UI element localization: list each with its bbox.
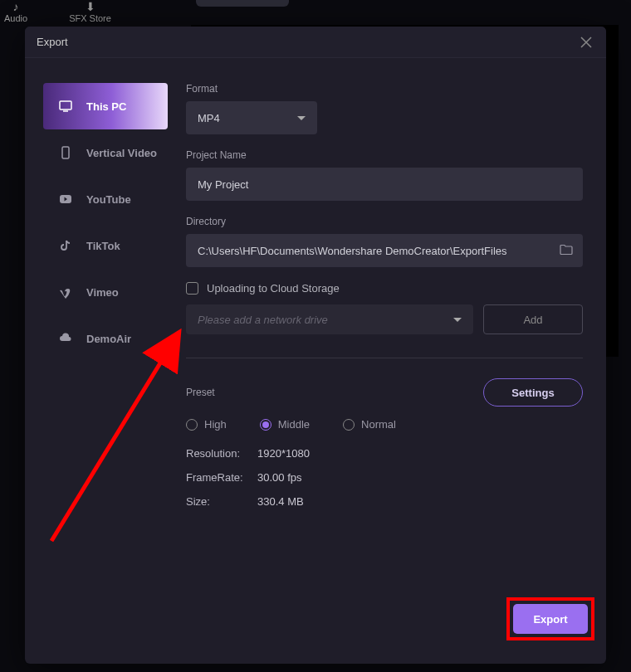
- sidebar-item-vertical-video[interactable]: Vertical Video: [43, 129, 168, 176]
- bg-sfx-label: SFX Store: [69, 13, 111, 23]
- project-name-field[interactable]: [198, 178, 571, 191]
- svg-rect-0: [60, 101, 71, 110]
- sidebar-item-label: This PC: [86, 100, 126, 113]
- add-drive-button[interactable]: Add: [483, 304, 583, 334]
- directory-input[interactable]: [186, 234, 583, 267]
- format-label: Format: [186, 83, 583, 95]
- music-icon: ♪: [4, 0, 27, 13]
- preset-option-label: Normal: [361, 418, 396, 431]
- sidebar-item-youtube[interactable]: YouTube: [43, 176, 168, 222]
- project-name-input[interactable]: [186, 168, 583, 201]
- dialog-title: Export: [37, 36, 68, 48]
- preset-normal-radio[interactable]: Normal: [343, 418, 396, 431]
- size-label: Size:: [186, 495, 257, 508]
- sidebar-item-label: YouTube: [86, 193, 131, 206]
- preset-label: Preset: [186, 387, 215, 398]
- sidebar-item-label: Vimeo: [86, 286, 119, 299]
- directory-field[interactable]: [198, 245, 571, 257]
- sidebar-item-vimeo[interactable]: Vimeo: [43, 269, 168, 315]
- sidebar-item-label: TikTok: [86, 240, 120, 252]
- bg-sfx-tab: ⬇ SFX Store: [69, 0, 111, 25]
- chevron-down-icon: [453, 318, 462, 322]
- size-value: 330.4 MB: [257, 495, 583, 508]
- network-drive-select[interactable]: Please add a network drive: [186, 304, 473, 334]
- sidebar-item-tiktok[interactable]: TikTok: [43, 222, 168, 269]
- youtube-icon: [58, 192, 73, 207]
- store-icon: ⬇: [69, 0, 111, 13]
- export-form: Format MP4 Project Name Directory: [174, 58, 606, 664]
- directory-label: Directory: [186, 216, 583, 227]
- monitor-icon: [58, 99, 73, 114]
- sidebar-item-this-pc[interactable]: This PC: [43, 83, 168, 129]
- export-button-highlight: Export: [506, 597, 594, 640]
- network-drive-placeholder: Please add a network drive: [198, 314, 328, 326]
- preset-middle-radio[interactable]: Middle: [260, 418, 310, 431]
- settings-button[interactable]: Settings: [483, 378, 583, 407]
- cloud-upload-label: Uploading to Cloud Storage: [207, 282, 340, 295]
- bg-chip: [196, 0, 289, 7]
- phone-icon: [58, 145, 73, 160]
- background-toolbar: ♪ Audio ⬇ SFX Store: [0, 0, 631, 25]
- framerate-value: 30.00 fps: [257, 471, 583, 484]
- cloud-icon: [58, 331, 73, 346]
- vimeo-icon: [58, 285, 73, 299]
- preset-radio-group: High Middle Normal: [186, 418, 583, 431]
- bg-audio-label: Audio: [4, 13, 27, 23]
- preset-option-label: High: [204, 418, 227, 431]
- format-value: MP4: [198, 112, 220, 124]
- sidebar-item-label: DemoAir: [86, 333, 131, 345]
- radio-icon: [186, 419, 198, 431]
- export-dialog: Export This PC Vertical Video: [25, 27, 606, 664]
- framerate-label: FrameRate:: [186, 471, 257, 484]
- titlebar: Export: [25, 27, 606, 58]
- folder-icon: [560, 244, 573, 256]
- radio-icon: [260, 419, 271, 431]
- folder-browse-button[interactable]: [560, 244, 573, 258]
- close-icon: [580, 37, 592, 48]
- format-select[interactable]: MP4: [186, 101, 317, 134]
- sidebar-item-demoair[interactable]: DemoAir: [43, 315, 168, 362]
- close-button[interactable]: [578, 34, 594, 51]
- export-sidebar: This PC Vertical Video YouTube TikTok: [25, 58, 174, 664]
- bg-audio-tab: ♪ Audio: [4, 0, 27, 25]
- cloud-upload-checkbox[interactable]: [186, 282, 198, 295]
- project-name-label: Project Name: [186, 149, 583, 161]
- preset-option-label: Middle: [278, 418, 310, 431]
- resolution-value: 1920*1080: [257, 447, 583, 460]
- preset-high-radio[interactable]: High: [186, 418, 227, 431]
- tiktok-icon: [58, 238, 73, 253]
- resolution-label: Resolution:: [186, 447, 257, 460]
- sidebar-item-label: Vertical Video: [86, 147, 157, 159]
- output-stats: Resolution: 1920*1080 FrameRate: 30.00 f…: [186, 447, 583, 508]
- radio-icon: [343, 419, 355, 431]
- svg-rect-1: [62, 147, 69, 158]
- divider: [186, 358, 583, 358]
- chevron-down-icon: [297, 116, 306, 120]
- export-button[interactable]: Export: [513, 604, 588, 634]
